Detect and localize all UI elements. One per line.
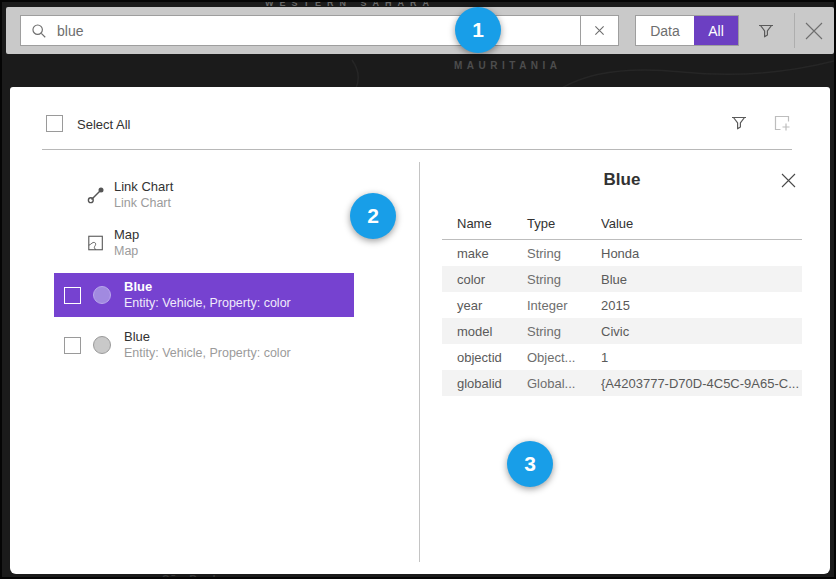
result-checkbox[interactable] bbox=[64, 337, 81, 354]
cell-type: Global... bbox=[527, 376, 601, 391]
result-text: Blue Entity: Vehicle, Property: color bbox=[124, 279, 291, 311]
toolbar-divider bbox=[794, 13, 795, 48]
callout-badge-3: 3 bbox=[507, 441, 553, 487]
result-subtitle: Link Chart bbox=[114, 195, 173, 211]
cell-value: 2015 bbox=[601, 298, 802, 313]
header-divider bbox=[42, 149, 792, 150]
entity-dot-icon bbox=[93, 286, 111, 304]
result-title: Blue bbox=[124, 279, 291, 295]
select-all-label: Select All bbox=[77, 117, 130, 132]
search-box bbox=[20, 15, 619, 46]
cell-type: Integer bbox=[527, 298, 601, 313]
table-row: year Integer 2015 bbox=[442, 292, 802, 318]
attribute-table-header: Name Type Value bbox=[442, 208, 802, 240]
cell-name: make bbox=[457, 246, 527, 261]
cell-type: String bbox=[527, 272, 601, 287]
detail-title: Blue bbox=[442, 162, 802, 190]
map-icon bbox=[86, 234, 106, 252]
detail-pane: Blue Name Type Value make String Honda c… bbox=[442, 162, 802, 562]
cell-type: String bbox=[527, 324, 601, 339]
cell-name: color bbox=[457, 272, 527, 287]
add-to-selection-icon[interactable] bbox=[770, 111, 794, 135]
map-label-mauritania: MAURITANIA bbox=[454, 60, 562, 71]
map-boundary-lines bbox=[2, 54, 836, 88]
cell-type: String bbox=[527, 246, 601, 261]
scope-option-all[interactable]: All bbox=[694, 16, 738, 45]
cell-type: Object... bbox=[527, 350, 601, 365]
result-subtitle: Entity: Vehicle, Property: color bbox=[124, 295, 291, 311]
result-title: Map bbox=[114, 227, 139, 243]
attribute-table: Name Type Value make String Honda color … bbox=[442, 208, 802, 396]
result-subtitle: Entity: Vehicle, Property: color bbox=[124, 345, 291, 361]
select-all-checkbox[interactable] bbox=[46, 115, 63, 132]
filter-icon[interactable] bbox=[755, 20, 777, 42]
cell-name: objectid bbox=[457, 350, 527, 365]
table-row: make String Honda bbox=[442, 240, 802, 266]
search-scope-toggle: Data All bbox=[635, 15, 739, 46]
cell-name: model bbox=[457, 324, 527, 339]
cell-value: 1 bbox=[601, 350, 802, 365]
result-title: Blue bbox=[124, 329, 291, 345]
result-subtitle: Map bbox=[114, 243, 139, 259]
result-blue[interactable]: Blue Entity: Vehicle, Property: color bbox=[54, 323, 354, 367]
cell-name: year bbox=[457, 298, 527, 313]
result-blue-selected[interactable]: Blue Entity: Vehicle, Property: color bbox=[54, 273, 354, 317]
detail-close-icon[interactable] bbox=[778, 170, 798, 190]
header-value: Value bbox=[601, 216, 802, 231]
header-type: Type bbox=[527, 216, 601, 231]
table-row: globalid Global... {A4203777-D70D-4C5C-9… bbox=[442, 370, 802, 396]
clear-search-button[interactable] bbox=[580, 16, 618, 45]
scope-option-data[interactable]: Data bbox=[636, 16, 694, 45]
table-row: model String Civic bbox=[442, 318, 802, 344]
cell-value: {A4203777-D70D-4C5C-9A65-C... bbox=[601, 376, 802, 391]
header-name: Name bbox=[457, 216, 527, 231]
result-text: Map Map bbox=[114, 227, 139, 259]
table-row: color String Blue bbox=[442, 266, 802, 292]
cell-value: Civic bbox=[601, 324, 802, 339]
close-search-button[interactable] bbox=[801, 18, 827, 44]
callout-badge-2: 2 bbox=[350, 193, 396, 239]
callout-badge-1: 1 bbox=[455, 7, 501, 53]
search-toolbar: Data All bbox=[6, 7, 834, 54]
cell-name: globalid bbox=[457, 376, 527, 391]
result-title: Link Chart bbox=[114, 179, 173, 195]
results-filter-icon[interactable] bbox=[728, 111, 750, 135]
entity-dot-icon bbox=[93, 336, 111, 354]
search-icon bbox=[21, 23, 57, 39]
table-row: objectid Object... 1 bbox=[442, 344, 802, 370]
link-chart-icon bbox=[86, 185, 106, 205]
cell-value: Blue bbox=[601, 272, 802, 287]
result-checkbox[interactable] bbox=[64, 287, 81, 304]
result-text: Blue Entity: Vehicle, Property: color bbox=[124, 329, 291, 361]
app-window: WESTERN SAHARA MAURITANIA São Paulo Data… bbox=[0, 0, 836, 579]
search-input[interactable] bbox=[57, 16, 580, 45]
search-results-panel: Select All Link Chart Link Chart bbox=[10, 87, 830, 574]
results-header: Select All bbox=[10, 87, 830, 149]
panel-divider bbox=[419, 162, 420, 562]
cell-value: Honda bbox=[601, 246, 802, 261]
result-text: Link Chart Link Chart bbox=[114, 179, 173, 211]
